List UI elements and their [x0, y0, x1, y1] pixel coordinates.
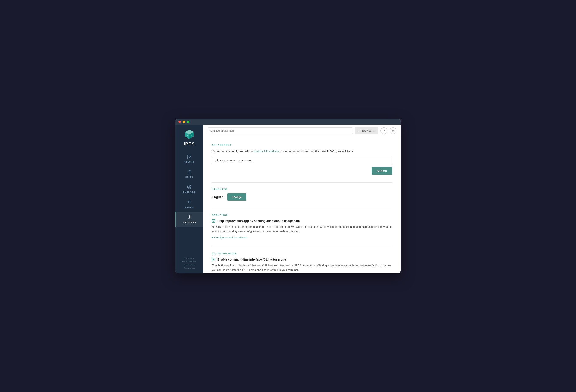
- swap-icon: [391, 129, 394, 132]
- sidebar-item-explore[interactable]: EXPLORE: [175, 182, 203, 197]
- analytics-checkbox[interactable]: ✓: [212, 219, 215, 223]
- cli-checkbox[interactable]: ✓: [212, 258, 215, 261]
- analytics-description: No CIDs, filenames, or other personal in…: [212, 225, 392, 234]
- maximize-dot[interactable]: [187, 121, 190, 123]
- explore-icon: [187, 185, 192, 190]
- cli-tutor-section: CLI TUTOR MODE ✓ Enable command-line int…: [212, 252, 392, 272]
- svg-point-27: [189, 216, 190, 218]
- svg-rect-18: [188, 201, 190, 203]
- sidebar-item-peers-label: PEERS: [185, 206, 194, 209]
- sidebar-item-files[interactable]: FILES: [175, 167, 203, 182]
- api-desc-pre: If your node is configured with a: [212, 150, 254, 153]
- revision-text: Revision 69cd414: [182, 260, 197, 263]
- peers-icon: [187, 200, 192, 205]
- language-section-title: LANGUAGE: [212, 188, 392, 190]
- settings-icon: [187, 215, 192, 220]
- analytics-section: ANALYTICS ✓ Help improve this app by sen…: [212, 214, 392, 239]
- sidebar: IPFS STATUS FILES: [175, 119, 203, 273]
- cli-checkbox-label: Enable command-line interface (CLI) tuto…: [217, 258, 286, 261]
- minimize-dot[interactable]: [183, 121, 185, 123]
- language-section: LANGUAGE English Change: [212, 188, 392, 201]
- svg-point-23: [189, 200, 190, 201]
- analytics-checkbox-label: Help improve this app by sending anonymo…: [217, 219, 300, 223]
- language-row: English Change: [212, 193, 392, 201]
- sidebar-item-status[interactable]: STATUS: [175, 152, 203, 167]
- browse-button[interactable]: Browse: [355, 127, 378, 134]
- current-language-label: English: [212, 195, 223, 199]
- upload-icon: [373, 130, 375, 132]
- title-bar: [175, 119, 401, 125]
- cli-description: Enable this option to display a "view co…: [212, 263, 392, 272]
- close-dot[interactable]: [178, 121, 181, 123]
- search-input[interactable]: [207, 127, 353, 134]
- svg-point-25: [187, 202, 188, 202]
- version-text: UI v2.11.4: [182, 257, 197, 260]
- custom-api-link[interactable]: custom API address: [254, 150, 279, 153]
- logo-text: IPFS: [184, 142, 195, 146]
- ipfs-logo-icon: [184, 129, 195, 140]
- top-bar: Browse ?: [203, 125, 401, 137]
- settings-content: API ADDRESS If your node is configured w…: [203, 137, 401, 273]
- sidebar-item-status-label: STATUS: [184, 161, 194, 164]
- sidebar-item-settings[interactable]: SETTINGS: [175, 212, 203, 227]
- svg-point-24: [189, 204, 190, 204]
- sidebar-item-files-label: FILES: [185, 176, 193, 179]
- logo: IPFS: [184, 129, 195, 146]
- sidebar-item-peers[interactable]: PEERS: [175, 197, 203, 212]
- checkmark-icon: ✓: [213, 220, 215, 222]
- status-icon: [187, 155, 192, 160]
- change-language-button[interactable]: Change: [227, 193, 246, 201]
- sidebar-item-explore-label: EXPLORE: [183, 191, 196, 194]
- configure-link[interactable]: Configure what is collected: [212, 236, 392, 239]
- api-section-title: API ADDRESS: [212, 144, 392, 146]
- top-bar-icons: ?: [380, 127, 396, 134]
- sidebar-item-settings-label: SETTINGS: [183, 221, 196, 224]
- cli-checkmark-icon: ✓: [213, 258, 215, 261]
- sidebar-footer: UI v2.11.4 Revision 69cd414 See the code…: [178, 253, 201, 273]
- divider-1: [212, 183, 392, 183]
- api-desc-post: , including a port other than the defaul…: [279, 150, 354, 153]
- files-icon: [187, 170, 192, 175]
- svg-point-26: [191, 202, 192, 202]
- svg-line-16: [188, 186, 189, 188]
- analytics-section-title: ANALYTICS: [212, 214, 392, 216]
- api-section-description: If your node is configured with a custom…: [212, 149, 392, 154]
- cli-section-title: CLI TUTOR MODE: [212, 252, 392, 255]
- api-address-input[interactable]: [212, 157, 392, 164]
- divider-2: [212, 208, 392, 209]
- svg-line-15: [189, 186, 190, 188]
- see-code-link[interactable]: See the code: [183, 263, 195, 266]
- main-area: Browse ?: [203, 119, 401, 273]
- help-button[interactable]: ?: [380, 127, 387, 134]
- folder-icon: [358, 129, 361, 132]
- cli-checkbox-row: ✓ Enable command-line interface (CLI) tu…: [212, 258, 392, 261]
- divider-3: [212, 247, 392, 247]
- browse-label: Browse: [362, 129, 372, 132]
- submit-button[interactable]: Submit: [372, 167, 392, 175]
- report-bug-link[interactable]: Report a bug: [184, 267, 195, 269]
- api-address-section: API ADDRESS If your node is configured w…: [212, 144, 392, 175]
- analytics-checkbox-row: ✓ Help improve this app by sending anony…: [212, 219, 392, 223]
- help-icon: ?: [383, 129, 385, 132]
- toggle-button[interactable]: [390, 127, 396, 134]
